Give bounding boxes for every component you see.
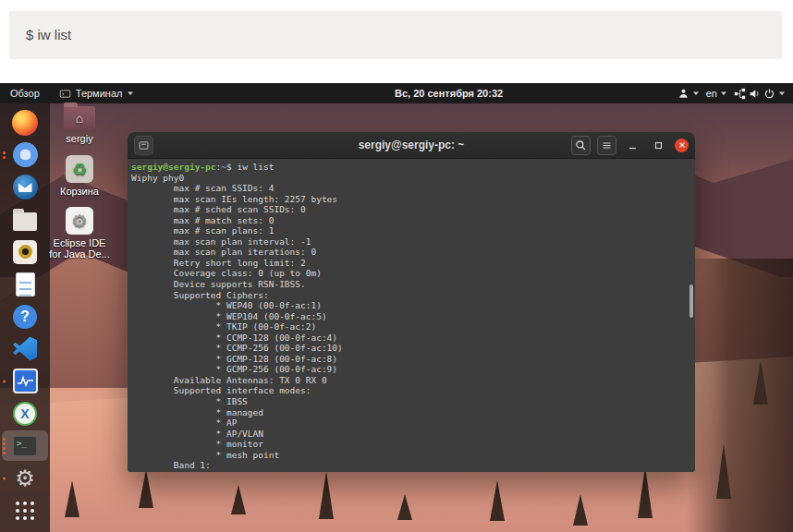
tree-silhouette xyxy=(319,471,334,519)
dock-item-terminal[interactable]: >_ xyxy=(2,430,48,461)
minimize-button[interactable] xyxy=(623,136,642,155)
gear-icon: ⚙ xyxy=(15,467,35,490)
running-indicator xyxy=(3,151,6,159)
terminal-output-line: Available Antennas: TX 0 RX 0 xyxy=(131,375,695,386)
terminal-output-line: Supported Ciphers: xyxy=(131,290,695,301)
search-button[interactable] xyxy=(571,136,591,155)
desktop-icon-eclipse[interactable]: ⚙ Eclipse IDE for Java De... xyxy=(44,207,115,260)
trash-icon: ♻ xyxy=(66,155,93,183)
dock-item-thunderbird[interactable] xyxy=(2,172,48,202)
terminal-output-line: * IBSS xyxy=(131,396,695,407)
gnome-top-bar: Обзор Терминал Вс, 20 сентября 20:32 xyxy=(0,83,793,103)
dock: ? X >_ ⚙ xyxy=(0,103,50,532)
terminal-output-line: max scan plan iterations: 0 xyxy=(131,247,695,258)
eclipse-installer-icon: ⚙ xyxy=(66,207,93,235)
menu-button[interactable] xyxy=(597,136,616,155)
tree-silhouette xyxy=(397,494,412,520)
running-indicator xyxy=(3,477,6,479)
terminal-prompt-line: sergiy@sergiy-pc:~$ iw list xyxy=(131,162,695,173)
chevron-down-icon xyxy=(778,90,786,97)
activities-button[interactable]: Обзор xyxy=(0,83,50,103)
terminal-window-icon xyxy=(59,88,71,100)
terminal-output-line: * GCMP-128 (00-0f-ac:8) xyxy=(131,354,695,365)
x-app-icon: X xyxy=(13,402,37,426)
terminal-output-line: Device supports RSN-IBSS. xyxy=(131,279,695,290)
vscode-icon xyxy=(13,337,37,361)
terminal-output-line: Band 1: xyxy=(131,460,695,471)
terminal-output-line: * managed xyxy=(131,407,695,418)
home-folder-icon: ⌂ xyxy=(64,106,95,130)
files-folder-icon xyxy=(13,212,37,231)
code-snippet-text: $ iw list xyxy=(26,11,71,59)
prompt-command: $ iw list xyxy=(226,162,274,172)
terminal-output-line: Coverage class: 0 (up to 0m) xyxy=(131,268,695,279)
person-icon xyxy=(677,88,689,100)
system-status-area[interactable]: en xyxy=(674,83,789,103)
power-icon xyxy=(763,88,775,100)
system-menu[interactable] xyxy=(734,83,786,103)
dock-item-rhythmbox[interactable] xyxy=(2,236,48,267)
search-icon xyxy=(575,139,587,151)
terminal-output-line: * CCMP-128 (00-0f-ac:4) xyxy=(131,332,695,344)
accessibility-menu[interactable] xyxy=(677,83,700,103)
dock-item-help[interactable]: ? xyxy=(2,301,48,332)
desktop-icon-label: Eclipse IDE for Java De... xyxy=(44,237,115,260)
tree-silhouette xyxy=(638,466,653,518)
help-icon: ? xyxy=(13,305,37,329)
prompt-user-host: sergiy@sergiy-pc xyxy=(131,162,216,172)
terminal-output-line: max # match sets: 0 xyxy=(131,215,695,226)
chevron-down-icon xyxy=(127,90,134,97)
tree-silhouette xyxy=(753,360,768,405)
dock-item-files[interactable] xyxy=(2,204,48,235)
terminal-output-line: * WEP104 (00-0f-ac:5) xyxy=(131,311,695,322)
maximize-button[interactable] xyxy=(649,136,668,155)
desktop-icon-label: Корзина xyxy=(44,186,115,197)
terminal-icon: >_ xyxy=(13,436,37,456)
tree-silhouette xyxy=(716,443,731,499)
terminal-output-line: Supported interface modes: xyxy=(131,385,695,396)
desktop-icon-trash[interactable]: ♻ Корзина xyxy=(44,155,115,197)
dock-item-libreoffice-writer[interactable] xyxy=(2,269,48,299)
tree-silhouette xyxy=(573,494,588,526)
minimize-icon xyxy=(627,139,639,151)
libreoffice-writer-icon xyxy=(16,272,35,296)
hamburger-menu-icon xyxy=(601,139,613,151)
thunderbird-icon xyxy=(13,175,38,200)
terminal-scrollbar[interactable] xyxy=(689,284,693,318)
terminal-output-line: * CCMP-256 (00-0f-ac:10) xyxy=(131,343,695,354)
desktop-screenshot: Обзор Терминал Вс, 20 сентября 20:32 xyxy=(0,83,793,532)
keyboard-layout-menu[interactable]: en xyxy=(706,83,727,103)
terminal-output-line: Wiphy phy0 xyxy=(131,173,695,184)
terminal-output-line: * TKIP (00-0f-ac:2) xyxy=(131,321,695,332)
system-monitor-icon xyxy=(13,369,38,393)
terminal-output[interactable]: sergiy@sergiy-pc:~$ iw list Wiphy phy0 m… xyxy=(128,159,695,472)
dock-item-system-monitor[interactable] xyxy=(2,366,48,396)
app-menu-terminal[interactable]: Терминал xyxy=(50,83,144,103)
desktop-icon-home-folder[interactable]: ⌂ sergiy xyxy=(44,106,115,144)
terminal-output-line: * GCMP-256 (00-0f-ac:9) xyxy=(131,364,695,375)
terminal-window: sergiy@sergiy-pc: ~ xyxy=(128,132,695,472)
dock-item-settings[interactable]: ⚙ xyxy=(2,463,48,493)
terminal-output-line: max # scan plans: 1 xyxy=(131,225,695,236)
terminal-output-line: max # sched scan SSIDs: 0 xyxy=(131,204,695,215)
network-share-icon xyxy=(734,88,746,100)
terminal-output-line: * WEP40 (00-0f-ac:1) xyxy=(131,300,695,311)
dock-item-vscode[interactable] xyxy=(2,333,48,364)
close-button[interactable] xyxy=(675,139,689,152)
terminal-output-line: max scan plan interval: -1 xyxy=(131,236,695,248)
firefox-icon xyxy=(12,110,38,136)
terminal-output-line: * mesh point xyxy=(131,450,695,461)
dock-item-x-app[interactable]: X xyxy=(2,398,48,429)
app-menu-label: Терминал xyxy=(76,88,123,99)
terminal-header-bar[interactable]: sergiy@sergiy-pc: ~ xyxy=(128,132,695,159)
keyboard-layout-label: en xyxy=(706,88,717,99)
clock[interactable]: Вс, 20 сентября 20:32 xyxy=(395,83,503,103)
dock-item-app-grid[interactable] xyxy=(2,495,48,526)
dock-item-firefox[interactable] xyxy=(2,107,48,138)
tree-silhouette xyxy=(490,480,505,521)
app-grid-icon xyxy=(16,502,34,520)
dock-item-chromium[interactable] xyxy=(2,139,48,170)
terminal-output-line: * monitor xyxy=(131,439,695,450)
maximize-icon xyxy=(653,139,665,151)
tree-silhouette xyxy=(139,469,153,508)
